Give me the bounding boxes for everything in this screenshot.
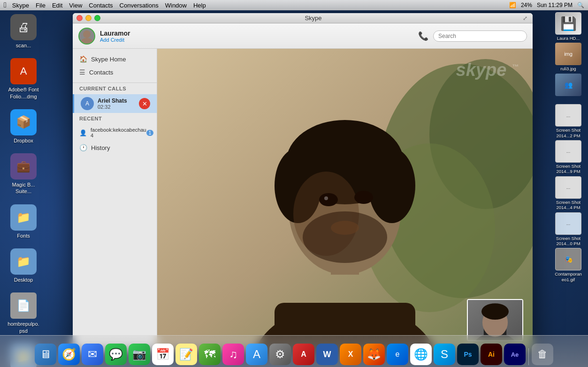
dock-item-sysprefs[interactable]: ⚙	[269, 344, 291, 365]
recent-badge: 1	[146, 130, 154, 136]
desktop-icon-laura-hd[interactable]: 💾 Laura HD...	[552, 12, 584, 41]
dock-item-calendar[interactable]: 📅	[152, 344, 174, 365]
desktop-icons-right: 💾 Laura HD... img ruli3.jpg 👥 ... Screen…	[552, 12, 584, 282]
desktop-icon-scanner[interactable]: 🖨 scan...	[5, 14, 42, 49]
dock-item-messages[interactable]: 💬	[105, 344, 127, 365]
dock-item-safari[interactable]: 🧭	[58, 344, 80, 365]
sidebar-item-contacts[interactable]: ☰ Contacts	[73, 66, 157, 79]
menu-skype[interactable]: Skype	[12, 2, 29, 9]
menu-contacts[interactable]: Contacts	[89, 2, 113, 9]
video-main: skype ™	[157, 49, 533, 351]
dock-item-skype[interactable]: S	[434, 344, 455, 365]
recent-header: RECENT	[73, 113, 157, 124]
skype-main: 🏠 Skype Home ☰ Contacts CURRENT CALLS A …	[73, 49, 533, 351]
dock-item-notes[interactable]: 📝	[176, 344, 197, 365]
svg-point-26	[481, 303, 509, 320]
menu-window[interactable]: Window	[165, 2, 187, 9]
menu-help[interactable]: Help	[193, 2, 206, 9]
desktop-icon-ruli3[interactable]: img ruli3.jpg	[552, 43, 584, 71]
apple-menu[interactable]: 	[4, 1, 7, 9]
call-info: Ariel Shats 02:32	[98, 97, 139, 110]
svg-point-1	[80, 38, 93, 44]
menubar:  Skype File Edit View Contacts Conversa…	[0, 0, 588, 10]
contacts-icon: ☰	[79, 68, 85, 76]
svg-point-17	[324, 196, 328, 200]
window-title: Skype	[105, 15, 521, 22]
end-call-button[interactable]: ✕	[139, 98, 150, 109]
dock-item-acrobat[interactable]: A	[293, 344, 314, 365]
user-avatar	[78, 28, 95, 45]
current-call-item[interactable]: A Ariel Shats 02:32 ✕	[73, 94, 157, 113]
skype-window: Skype ⤢ Lauramor Add Credit 📞	[73, 13, 533, 351]
clock: Sun 11:29 PM	[537, 2, 573, 8]
window-minimize-button[interactable]	[85, 15, 92, 21]
dock-item-ae[interactable]: Ae	[504, 344, 526, 365]
menu-conversations[interactable]: Conversations	[120, 2, 159, 9]
dock-item-illustrator[interactable]: Ai	[481, 344, 502, 365]
recent-icon: 👤	[79, 129, 87, 136]
menu-file[interactable]: File	[36, 2, 46, 9]
desktop-icon-magic-briefcase[interactable]: 💼 Magic B...Suite...	[5, 153, 42, 195]
home-icon: 🏠	[79, 55, 87, 63]
dock-item-x-icon[interactable]: X	[340, 344, 361, 365]
dock-item-appstore[interactable]: A	[246, 344, 267, 365]
dock-item-facetime[interactable]: 📷	[129, 344, 150, 365]
svg-point-20	[331, 221, 359, 235]
window-maximize-button[interactable]	[94, 15, 100, 21]
dock-item-chrome[interactable]: 🌐	[410, 344, 432, 365]
dock-item-photoshop[interactable]: Ps	[457, 344, 479, 365]
history-icon: 🕐	[79, 144, 87, 151]
desktop-icon-screenshot2[interactable]: ... Screen Shot2014...9 PM	[552, 140, 584, 174]
dock-item-trash[interactable]: 🗑	[532, 344, 553, 365]
menu-edit[interactable]: Edit	[52, 2, 62, 9]
sidebar-item-skype-home[interactable]: 🏠 Skype Home	[73, 52, 157, 66]
dock-item-ie[interactable]: e	[387, 344, 408, 365]
dock-item-finder[interactable]: 🖥	[35, 344, 56, 365]
dock-item-maps[interactable]: 🗺	[199, 344, 221, 365]
desktop-icon-adobe[interactable]: A Adobe® FontFolio....dmg	[5, 58, 42, 100]
user-info: Lauramor Add Credit	[100, 30, 418, 43]
desktop-icon-screenshot3[interactable]: ... Screen Shot2014...4 PM	[552, 176, 584, 210]
desktop-icon-hombre[interactable]: 📄 hombrepulpo.psd	[5, 292, 42, 334]
window-titlebar: Skype ⤢	[73, 13, 533, 23]
sidebar-item-history[interactable]: 🕐 History	[73, 141, 157, 154]
dock: 🖥 🧭 ✉ 💬 📷 📅 📝 🗺 ♫ A ⚙ A W X 🦊 e 🌐 S Ps A…	[0, 335, 588, 367]
desktop-icon-screenshot4[interactable]: ... Screen Shot2014...0 PM	[552, 212, 584, 247]
svg-point-19	[303, 211, 387, 263]
svg-point-15	[319, 193, 338, 206]
add-credit-link[interactable]: Add Credit	[100, 37, 418, 43]
search-input[interactable]	[433, 30, 527, 42]
video-area: skype ™	[157, 49, 533, 351]
skype-watermark: skype ™	[456, 58, 519, 81]
desktop-icon-desktop[interactable]: 📁 Desktop	[5, 248, 42, 283]
menu-view[interactable]: View	[69, 2, 82, 9]
battery-status: 24%	[521, 2, 532, 8]
svg-point-0	[83, 30, 91, 38]
svg-point-16	[354, 191, 373, 204]
sidebar-nav: 🏠 Skype Home ☰ Contacts	[73, 49, 157, 83]
self-video-inner	[468, 300, 522, 340]
window-expand-button[interactable]: ⤢	[521, 15, 529, 22]
dock-item-firefox[interactable]: 🦊	[363, 344, 385, 365]
phone-icon[interactable]: 📞	[418, 31, 428, 41]
sidebar: 🏠 Skype Home ☰ Contacts CURRENT CALLS A …	[73, 49, 157, 351]
header-icons: 📞	[418, 30, 527, 42]
desktop-icon-fonts[interactable]: 📁 Fonts	[5, 204, 42, 239]
desktop-icon-contemporaneo[interactable]: 🎭 Contamporaneo1.gif	[552, 248, 584, 282]
dock-item-mail[interactable]: ✉	[82, 344, 103, 365]
dock-item-word[interactable]: W	[316, 344, 338, 365]
call-name: Ariel Shats	[98, 97, 139, 104]
desktop-icon-family-photo[interactable]: 👥	[552, 74, 584, 102]
desktop-icons-left: 🖨 scan... A Adobe® FontFolio....dmg 📦 Dr…	[5, 14, 42, 367]
desktop:  Skype File Edit View Contacts Conversa…	[0, 0, 588, 367]
desktop-icon-screenshot1[interactable]: ... Screen Shot2014...2 PM	[552, 104, 584, 138]
svg-point-13	[368, 148, 415, 223]
dock-item-itunes[interactable]: ♫	[222, 344, 244, 365]
window-close-button[interactable]	[76, 15, 83, 21]
desktop-icon-dropbox[interactable]: 📦 Dropbox	[5, 109, 42, 144]
wifi-icon: 📶	[509, 2, 516, 8]
recent-item-facebook[interactable]: 👤 facebook:kekocabechau 4 1	[73, 124, 157, 141]
current-calls-header: CURRENT CALLS	[73, 83, 157, 94]
dock-separator	[528, 348, 529, 365]
spotlight-icon[interactable]: 🔍	[577, 2, 584, 8]
